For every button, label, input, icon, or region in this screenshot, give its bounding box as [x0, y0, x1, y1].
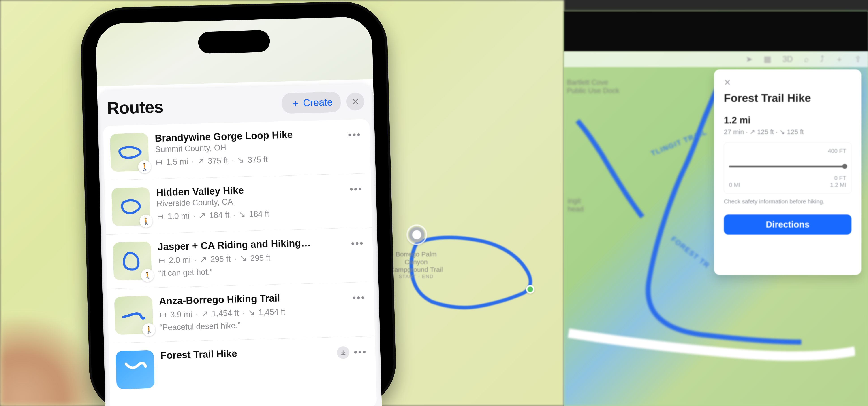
elevation-chart: 400 FT 0 FT 0 MI1.2 MI [724, 142, 851, 194]
create-label: Create [303, 97, 333, 108]
detail-title: Forest Trail Hike [724, 92, 851, 105]
page-title: Routes [107, 97, 164, 118]
distance-icon [155, 159, 163, 166]
descent-icon [248, 309, 255, 316]
more-button[interactable]: ••• [350, 290, 368, 305]
export-icon[interactable]: ⇪ [855, 55, 861, 64]
routes-list: 🚶 Brandywine Gorge Loop Hike Summit Coun… [103, 119, 377, 406]
download-icon [340, 349, 346, 356]
map-poi-dot [526, 285, 534, 294]
more-button[interactable]: ••• [349, 236, 366, 251]
route-title: Forest Trail Hike [160, 346, 330, 361]
map-toolbar: ➤ ▦ 3D ⌕ ⤴ ＋ ⇪ [564, 52, 868, 67]
route-note: “It can get hot.” [158, 264, 343, 278]
map-place-label: Borrego Palm Canyon Campground Trail STA… [390, 250, 443, 279]
ascent-icon [197, 158, 204, 165]
download-button[interactable] [337, 346, 349, 359]
walking-icon: 🚶 [141, 269, 154, 282]
route-row[interactable]: 🚶 Hidden Valley Hike Riverside County, C… [104, 173, 372, 235]
distance-icon [158, 257, 165, 265]
route-thumb: 🚶 [113, 241, 152, 280]
route-metrics: 1.5 mi· 375 ft· 375 ft [155, 153, 340, 167]
route-thumb: 🚶 [114, 296, 153, 335]
route-title: Jasper + CA Riding and Hiking… [158, 237, 343, 252]
map-label-dock: Bartlett CovePublic Use Dock [567, 78, 619, 95]
locate-icon[interactable]: ➤ [746, 55, 752, 64]
close-icon[interactable]: ✕ [724, 78, 851, 87]
binoculars-icon[interactable]: ⌕ [804, 55, 809, 64]
route-row[interactable]: 🚶 Brandywine Gorge Loop Hike Summit Coun… [103, 119, 371, 180]
descent-icon [240, 255, 247, 262]
distance-icon [159, 311, 167, 319]
safety-text: Check safety information before hiking. [724, 198, 851, 205]
route-metrics: 3.9 mi· 1,454 ft· 1,454 ft [159, 306, 344, 320]
walking-icon: 🚶 [138, 160, 151, 173]
walking-icon: 🚶 [140, 214, 153, 228]
walking-icon: 🚶 [142, 323, 155, 336]
route-thumb: 🚶 [112, 187, 150, 226]
route-note: “Peaceful desert hike.” [160, 318, 345, 333]
route-thumb [116, 350, 155, 389]
ascent-icon [202, 310, 208, 317]
close-sheet-button[interactable]: ✕ [346, 92, 365, 111]
more-button[interactable]: ••• [348, 181, 365, 197]
directions-button[interactable]: Directions [724, 214, 851, 235]
ascent-icon [200, 256, 207, 263]
create-button[interactable]: ＋ Create [282, 92, 341, 114]
route-detail-card: ✕ Forest Trail Hike 1.2 mi 27 min · ↗ 12… [714, 69, 861, 275]
route-row[interactable]: 🚶 Jasper + CA Riding and Hiking… 2.0 mi·… [106, 228, 374, 289]
route-thumb: 🚶 [110, 133, 149, 172]
detail-meta: 27 min · ↗ 125 ft · ↘ 125 ft [724, 128, 851, 136]
close-icon: ✕ [351, 96, 360, 107]
routes-sheet: Routes ＋ Create ✕ 🚶 [97, 83, 382, 406]
dynamic-island [198, 30, 270, 54]
add-icon[interactable]: ＋ [835, 54, 843, 65]
descent-icon [237, 157, 244, 164]
map-start-pin [408, 226, 426, 244]
more-button[interactable]: ••• [346, 127, 363, 142]
more-button[interactable]: ••• [352, 344, 369, 360]
iphone: 18:47 SOS 100 Routes ＋ [80, 0, 397, 406]
map-mode-icon[interactable]: ▦ [764, 55, 771, 64]
detail-distance: 1.2 mi [724, 115, 851, 126]
ascent-icon [199, 212, 206, 219]
map-label-ingit: ingithead [568, 197, 584, 213]
route-metrics: 1.0 mi· 184 ft· 184 ft [157, 207, 342, 222]
plus-icon: ＋ [290, 96, 301, 110]
route-row[interactable]: Forest Trail Hike ••• [109, 336, 376, 397]
threeD-toggle[interactable]: 3D [782, 55, 793, 64]
descent-icon [239, 211, 246, 218]
route-title: Anza-Borrego Hiking Trail [159, 291, 344, 307]
share-icon[interactable]: ⤴ [820, 55, 824, 64]
distance-icon [157, 213, 164, 221]
route-row[interactable]: 🚶 Anza-Borrego Hiking Trail 3.9 mi· 1,45… [107, 282, 375, 343]
route-metrics: 2.0 mi· 295 ft· 295 ft [158, 251, 343, 266]
